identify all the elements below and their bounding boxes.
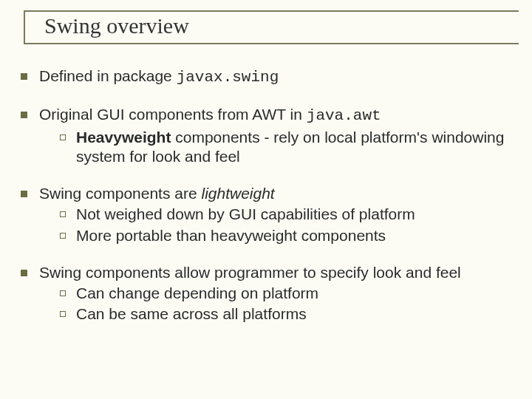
open-square-bullet-icon: [60, 311, 66, 317]
bullet-4-sub-2: Can be same across all platforms: [39, 304, 519, 324]
open-square-bullet-icon: [60, 134, 66, 140]
bullet-1: Defined in package javax.swing: [21, 66, 519, 87]
open-square-bullet-icon: [60, 233, 66, 239]
bullet-3: Swing components are lightweight Not wei…: [21, 184, 519, 245]
bullet-4-sub-1: Can change depending on platform: [39, 284, 519, 303]
bullet-3-sub-2: More portable than heavyweight component…: [39, 226, 519, 245]
bullet-3-text: Swing components are: [39, 185, 201, 202]
slide-title: Swing overview: [44, 13, 532, 38]
bullet-2: Original GUI components from AWT in java…: [21, 105, 519, 166]
square-bullet-icon: [21, 73, 27, 80]
bullet-3-sub-1: Not weighed down by GUI capabilities of …: [39, 205, 519, 224]
bullet-4-sub-2-text: Can be same across all platforms: [76, 304, 307, 324]
bullet-4-text: Swing components allow programmer to spe…: [39, 263, 519, 282]
bullet-2-text: Original GUI components from AWT in: [39, 106, 307, 123]
open-square-bullet-icon: [60, 211, 66, 217]
bullet-2-code: java.awt: [307, 107, 381, 124]
bullet-2-sub-1: Heavyweight components - rely on local p…: [39, 128, 519, 167]
open-square-bullet-icon: [60, 290, 66, 296]
bullet-3-sub-2-text: More portable than heavyweight component…: [76, 226, 386, 245]
slide-body: Defined in package javax.swing Original …: [0, 44, 532, 324]
square-bullet-icon: [21, 191, 27, 197]
bullet-1-text: Defined in package: [39, 67, 177, 84]
square-bullet-icon: [21, 112, 27, 118]
square-bullet-icon: [21, 270, 27, 276]
bullet-3-italic: lightweight: [201, 185, 274, 202]
bullet-4-sub-1-text: Can change depending on platform: [76, 284, 318, 303]
bullet-4: Swing components allow programmer to spe…: [21, 263, 519, 324]
bullet-3-sub-1-text: Not weighed down by GUI capabilities of …: [76, 205, 415, 224]
bullet-1-code: javax.swing: [177, 69, 279, 86]
bullet-2-sub-1-bold: Heavyweight: [76, 129, 171, 146]
